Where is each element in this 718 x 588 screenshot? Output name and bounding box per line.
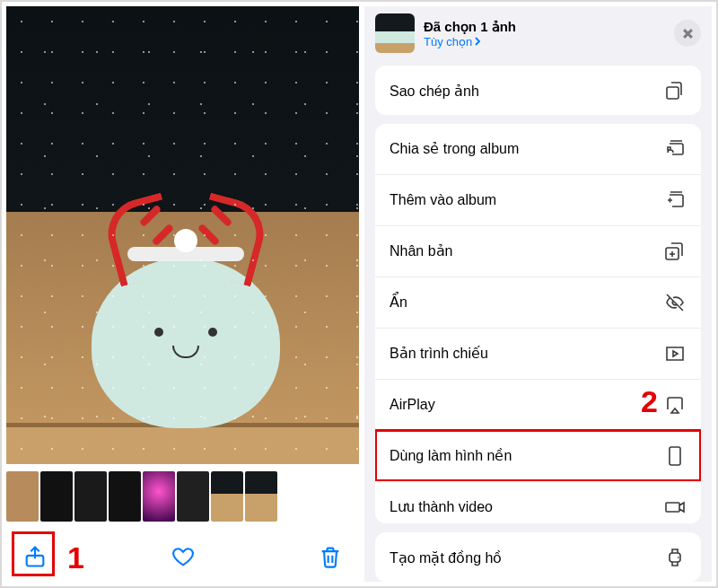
duplicate-icon xyxy=(663,240,687,263)
action-label: Lưu thành video xyxy=(390,498,663,515)
action-row[interactable]: Nhân bản xyxy=(375,225,701,276)
thumbnail[interactable] xyxy=(245,471,277,522)
thumbnail[interactable] xyxy=(40,471,73,522)
action-row[interactable]: Dùng làm hình nền xyxy=(375,430,701,481)
copy-icon xyxy=(663,79,687,102)
video-icon xyxy=(663,496,687,519)
action-group: Tạo mặt đồng hồ xyxy=(375,532,701,582)
header-thumbnail xyxy=(375,13,415,53)
action-label: Dùng làm hình nền xyxy=(390,447,663,464)
action-row[interactable]: Ẩn xyxy=(375,276,701,328)
action-row[interactable]: Tạo mặt đồng hồ xyxy=(375,532,701,582)
action-label: Chia sẻ trong album xyxy=(390,140,663,157)
action-label: Thêm vào album xyxy=(390,192,663,208)
chevron-right-icon xyxy=(474,35,481,48)
thumbnail-selected[interactable] xyxy=(211,471,243,522)
action-label: Ẩn xyxy=(390,294,663,311)
shared-album-icon xyxy=(663,137,687,161)
bottom-toolbar xyxy=(6,531,359,582)
sheet-header: Đã chọn 1 ảnh Tùy chọn xyxy=(364,6,712,66)
action-list: Sao chép ảnhChia sẻ trong albumThêm vào … xyxy=(364,66,712,582)
trash-icon[interactable] xyxy=(318,544,343,569)
share-sheet: Đã chọn 1 ảnh Tùy chọn Sao chép ảnhChia … xyxy=(364,6,712,582)
photos-viewer: 1 xyxy=(6,6,359,582)
thumbnail[interactable] xyxy=(109,471,141,522)
main-photo[interactable] xyxy=(6,6,359,464)
tutorial-frame: 1 Đã chọn 1 ảnh Tùy chọn Sao chép ảnhChi… xyxy=(0,0,718,588)
airplay-icon xyxy=(663,393,687,417)
sheet-title: Đã chọn 1 ảnh xyxy=(424,19,665,35)
wallpaper-icon xyxy=(663,444,687,468)
action-row[interactable]: Chia sẻ trong album xyxy=(375,124,701,174)
action-label: Nhân bản xyxy=(390,242,663,259)
heart-icon[interactable] xyxy=(171,544,196,569)
close-button[interactable] xyxy=(674,20,701,47)
thumbnail[interactable] xyxy=(177,471,209,522)
add-album-icon xyxy=(663,189,687,212)
action-row[interactable]: Sao chép ảnh xyxy=(375,66,701,115)
thumbnail[interactable] xyxy=(6,471,39,522)
action-label: Tạo mặt đồng hồ xyxy=(390,549,663,566)
action-group: Sao chép ảnh xyxy=(375,66,701,115)
action-row[interactable]: Bản trình chiếu xyxy=(375,328,701,379)
thumbnail-strip[interactable] xyxy=(6,470,359,523)
action-group: Chia sẻ trong albumThêm vào albumNhân bả… xyxy=(375,124,701,523)
thumbnail[interactable] xyxy=(74,471,107,522)
action-row[interactable]: AirPlay xyxy=(375,379,701,430)
action-row[interactable]: Lưu thành video xyxy=(375,481,701,523)
options-label: Tùy chọn xyxy=(424,35,472,48)
slideshow-icon xyxy=(663,342,687,365)
options-button[interactable]: Tùy chọn xyxy=(424,35,665,48)
action-label: Bản trình chiếu xyxy=(390,345,663,362)
thumbnail[interactable] xyxy=(143,471,175,522)
share-icon[interactable] xyxy=(22,544,48,569)
action-label: Sao chép ảnh xyxy=(390,83,663,100)
hide-icon xyxy=(663,291,687,314)
action-label: AirPlay xyxy=(390,397,663,413)
watch-icon xyxy=(663,546,687,569)
action-row[interactable]: Thêm vào album xyxy=(375,174,701,225)
